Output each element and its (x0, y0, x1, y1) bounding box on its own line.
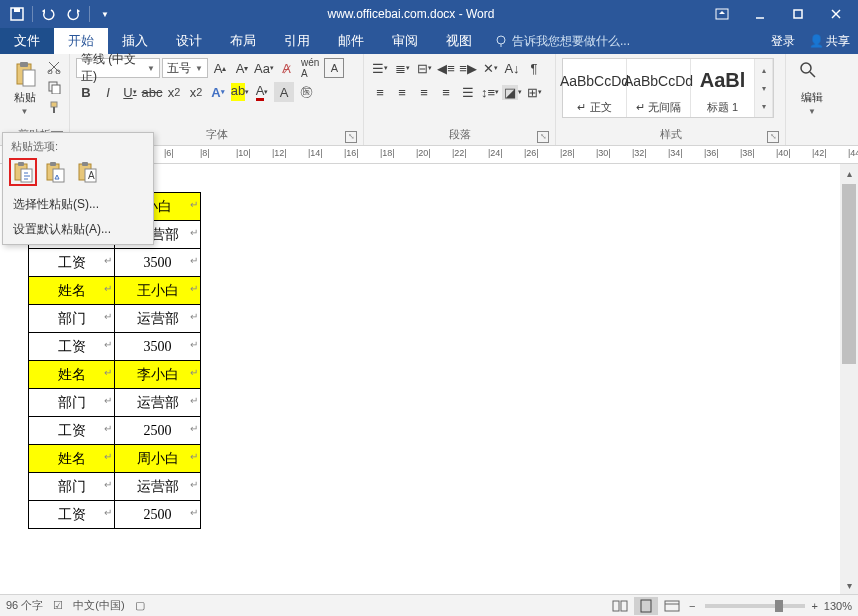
styles-gallery[interactable]: AaBbCcDd↵ 正文 AaBbCcDd↵ 无间隔 AaBl标题 1 ▴▾▾ (562, 58, 774, 118)
phonetic-guide-button[interactable]: wénA (298, 58, 322, 78)
paste-special-menuitem[interactable]: 选择性粘贴(S)... (3, 192, 153, 217)
text-direction-button[interactable]: ✕▾ (480, 58, 500, 78)
print-layout-button[interactable] (634, 597, 658, 615)
proofing-icon[interactable]: ☑ (53, 599, 63, 612)
tab-review[interactable]: 审阅 (378, 28, 432, 54)
justify-button[interactable]: ≡ (436, 82, 456, 102)
tab-design[interactable]: 设计 (162, 28, 216, 54)
line-spacing-button[interactable]: ↕≡▾ (480, 82, 500, 102)
cell-label[interactable]: 姓名↵ (29, 445, 115, 473)
style-heading1[interactable]: AaBl标题 1 (691, 59, 755, 117)
minimize-button[interactable] (742, 2, 778, 26)
superscript-button[interactable]: x2 (186, 82, 206, 102)
copy-button[interactable] (45, 78, 63, 96)
cell-label[interactable]: 工资↵ (29, 417, 115, 445)
font-size-combo[interactable]: 五号▼ (162, 58, 208, 78)
cell-label[interactable]: 工资↵ (29, 501, 115, 529)
styles-launcher-icon[interactable]: ⤡ (767, 131, 779, 143)
maximize-button[interactable] (780, 2, 816, 26)
sort-button[interactable]: A↓ (502, 58, 522, 78)
tab-file[interactable]: 文件 (0, 28, 54, 54)
zoom-thumb[interactable] (775, 600, 783, 612)
paste-keep-source-button[interactable] (9, 158, 37, 186)
highlight-button[interactable]: ab▾ (230, 82, 250, 102)
tell-me[interactable]: 告诉我您想要做什么... (486, 28, 771, 54)
tab-references[interactable]: 引用 (270, 28, 324, 54)
align-right-button[interactable]: ≡ (414, 82, 434, 102)
scroll-down-button[interactable]: ▾ (840, 576, 858, 594)
read-mode-button[interactable] (608, 597, 632, 615)
cell-label[interactable]: 姓名↵ (29, 361, 115, 389)
tab-view[interactable]: 视图 (432, 28, 486, 54)
cell-label[interactable]: 部门↵ (29, 389, 115, 417)
paste-merge-button[interactable] (41, 158, 69, 186)
grow-font-button[interactable]: A▴ (210, 58, 230, 78)
cell-value[interactable]: 运营部↵ (115, 473, 201, 501)
underline-button[interactable]: U▾ (120, 82, 140, 102)
numbering-button[interactable]: ≣▾ (392, 58, 412, 78)
cell-label[interactable]: 部门↵ (29, 305, 115, 333)
paste-button[interactable]: 粘贴 ▼ (6, 58, 43, 118)
borders-button[interactable]: ⊞▾ (524, 82, 544, 102)
cell-value[interactable]: 运营部↵ (115, 389, 201, 417)
clear-format-button[interactable]: A̷ (276, 58, 296, 78)
language-status[interactable]: 中文(中国) (73, 598, 124, 613)
tab-mailings[interactable]: 邮件 (324, 28, 378, 54)
cell-value[interactable]: 2500↵ (115, 417, 201, 445)
cell-value[interactable]: 3500↵ (115, 333, 201, 361)
web-layout-button[interactable] (660, 597, 684, 615)
bullets-button[interactable]: ☰▾ (370, 58, 390, 78)
cell-label[interactable]: 部门↵ (29, 473, 115, 501)
save-button[interactable] (4, 2, 30, 26)
word-count[interactable]: 96 个字 (6, 598, 43, 613)
decrease-indent-button[interactable]: ◀≡ (436, 58, 456, 78)
cell-label[interactable]: 姓名↵ (29, 277, 115, 305)
paste-text-only-button[interactable]: A (73, 158, 101, 186)
cut-button[interactable] (45, 58, 63, 76)
increase-indent-button[interactable]: ≡▶ (458, 58, 478, 78)
enclose-char-button[interactable]: ㊩ (296, 82, 316, 102)
text-effects-button[interactable]: A▾ (208, 82, 228, 102)
cell-value[interactable]: 周小白↵ (115, 445, 201, 473)
vertical-scrollbar[interactable]: ▴ ▾ (840, 164, 858, 594)
shading-button[interactable]: ◪▾ (502, 82, 522, 102)
zoom-in-button[interactable]: + (811, 600, 817, 612)
align-left-button[interactable]: ≡ (370, 82, 390, 102)
distribute-button[interactable]: ☰ (458, 82, 478, 102)
login-link[interactable]: 登录 (771, 33, 795, 50)
scroll-thumb[interactable] (842, 184, 856, 364)
scroll-up-button[interactable]: ▴ (840, 164, 858, 182)
font-color-button[interactable]: A▾ (252, 82, 272, 102)
qat-customize[interactable]: ▼ (92, 2, 118, 26)
align-center-button[interactable]: ≡ (392, 82, 412, 102)
style-normal[interactable]: AaBbCcDd↵ 正文 (563, 59, 627, 117)
bold-button[interactable]: B (76, 82, 96, 102)
zoom-slider[interactable] (705, 604, 805, 608)
multilevel-button[interactable]: ⊟▾ (414, 58, 434, 78)
strike-button[interactable]: abc (142, 82, 162, 102)
zoom-out-button[interactable]: − (689, 600, 695, 612)
undo-button[interactable] (35, 2, 61, 26)
close-button[interactable] (818, 2, 854, 26)
char-border-button[interactable]: A (324, 58, 344, 78)
set-default-paste-menuitem[interactable]: 设置默认粘贴(A)... (3, 217, 153, 242)
zoom-percent[interactable]: 130% (824, 600, 852, 612)
paragraph-launcher-icon[interactable]: ⤡ (537, 131, 549, 143)
macro-record-icon[interactable]: ▢ (135, 599, 145, 612)
char-shading-button[interactable]: A (274, 82, 294, 102)
italic-button[interactable]: I (98, 82, 118, 102)
show-marks-button[interactable]: ¶ (524, 58, 544, 78)
font-name-combo[interactable]: 等线 (中文正)▼ (76, 58, 160, 78)
subscript-button[interactable]: x2 (164, 82, 184, 102)
cell-value[interactable]: 2500↵ (115, 501, 201, 529)
shrink-font-button[interactable]: A▾ (232, 58, 252, 78)
styles-more-button[interactable]: ▴▾▾ (755, 59, 773, 117)
redo-button[interactable] (61, 2, 87, 26)
find-button[interactable]: 编辑 ▼ (792, 58, 832, 118)
cell-value[interactable]: 李小白↵ (115, 361, 201, 389)
cell-value[interactable]: 运营部↵ (115, 305, 201, 333)
cell-value[interactable]: 3500↵ (115, 249, 201, 277)
cell-label[interactable]: 工资↵ (29, 333, 115, 361)
format-painter-button[interactable] (45, 98, 63, 116)
tab-layout[interactable]: 布局 (216, 28, 270, 54)
